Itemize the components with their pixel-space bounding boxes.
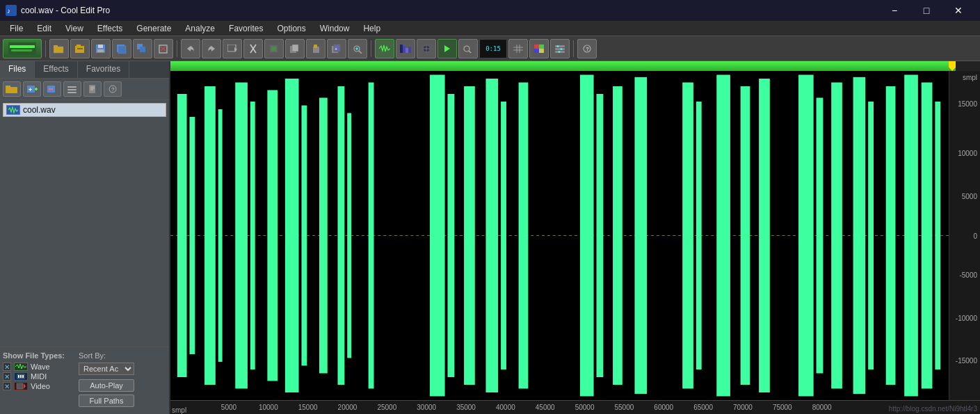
progress-bar-container[interactable] (170, 61, 980, 71)
list-options-btn[interactable] (63, 81, 81, 97)
sort-select[interactable]: Recent Ac Name Date Type (79, 363, 134, 375)
help-files-btn[interactable]: ? (104, 81, 122, 97)
save-copy-button[interactable] (112, 39, 131, 58)
trim-button[interactable] (264, 39, 284, 58)
mix-paste-button[interactable]: + (327, 39, 346, 58)
copy-button[interactable] (285, 39, 305, 58)
t-label-40000: 40000 (496, 404, 515, 411)
menu-generate[interactable]: Generate (129, 22, 178, 35)
svg-rect-7 (75, 46, 84, 53)
help-btn[interactable]: ? (577, 39, 597, 58)
menu-view[interactable]: View (58, 22, 90, 35)
ruler-smpl-label: smpl (170, 404, 189, 414)
svg-line-33 (359, 51, 362, 54)
sort-by-label: Sort By: (79, 351, 134, 360)
tab-favorites[interactable]: Favorites (78, 61, 129, 78)
open-button[interactable] (49, 39, 69, 58)
redo-button[interactable] (202, 39, 221, 58)
svg-rect-73 (67, 92, 77, 93)
zoom-in-button[interactable] (348, 39, 367, 58)
grid-button[interactable] (508, 39, 528, 58)
menu-analyze[interactable]: Analyze (178, 22, 222, 35)
menu-help[interactable]: Help (356, 22, 387, 35)
open-folder-btn[interactable] (3, 81, 21, 97)
svg-rect-94 (267, 90, 278, 381)
t-label-45000: 45000 (536, 404, 555, 411)
svg-rect-4 (11, 49, 32, 51)
toolbar-sep-1 (45, 40, 46, 57)
close-file-button[interactable] (154, 39, 173, 58)
close-button[interactable]: ✕ (942, 0, 974, 21)
video-checkbox[interactable]: ✕ (3, 382, 11, 390)
phase-view-btn[interactable] (417, 39, 436, 58)
video-mini-icon (14, 382, 28, 390)
list-item[interactable]: cool.wav (3, 103, 166, 117)
svg-rect-99 (347, 113, 351, 358)
save-all-button[interactable] (133, 39, 152, 58)
svg-rect-64 (6, 86, 10, 88)
spectral-view-btn[interactable] (396, 39, 415, 58)
t-label-35000: 35000 (456, 404, 476, 411)
t-label-30000: 30000 (417, 404, 436, 411)
play-button[interactable] (437, 39, 457, 58)
minimize-button[interactable]: − (878, 0, 910, 21)
menu-favorites[interactable]: Favorites (222, 22, 270, 35)
progress-marker (949, 61, 956, 71)
t-label-80000: 80000 (812, 404, 832, 411)
title-text: cool.wav - Cool Edit Pro (21, 6, 110, 15)
file-properties-btn[interactable] (83, 81, 102, 97)
tab-effects[interactable]: Effects (35, 61, 77, 78)
svg-point-45 (464, 46, 469, 51)
y-label-neg15000: -15000 (956, 357, 977, 365)
menu-file[interactable]: File (3, 22, 30, 35)
waveform-view-btn[interactable] (375, 39, 394, 58)
remove-from-list-btn[interactable] (43, 81, 61, 97)
t-label-70000: 70000 (733, 404, 753, 411)
t-label-25000: 25000 (377, 404, 396, 411)
menu-window[interactable]: Window (313, 22, 357, 35)
svg-text:?: ? (111, 86, 115, 93)
add-to-list-btn[interactable]: + (23, 81, 41, 97)
transport-button[interactable] (3, 39, 42, 58)
svg-rect-56 (555, 48, 565, 50)
svg-rect-26 (292, 45, 298, 51)
cut-button[interactable] (243, 39, 263, 58)
effects-rack-btn[interactable] (550, 39, 570, 58)
zoom-btn[interactable] (458, 39, 478, 58)
maximize-button[interactable]: □ (910, 0, 942, 21)
left-panel: Files Effects Favorites + ? (0, 61, 170, 414)
midi-mini-icon (14, 372, 28, 381)
full-paths-button[interactable]: Full Paths (79, 395, 134, 407)
open-recent-button[interactable] (70, 39, 90, 58)
menu-effects[interactable]: Effects (90, 22, 129, 35)
svg-rect-93 (250, 102, 255, 369)
repeat-button[interactable] (223, 39, 242, 58)
svg-text:+: + (29, 86, 32, 93)
color-button[interactable] (529, 39, 549, 58)
svg-rect-39 (405, 48, 408, 53)
menu-options[interactable]: Options (270, 22, 312, 35)
t-label-65000: 65000 (693, 404, 713, 411)
svg-rect-92 (235, 83, 248, 389)
tab-files[interactable]: Files (0, 61, 35, 78)
wave-mini-icon (14, 363, 28, 371)
svg-rect-115 (759, 79, 770, 392)
watermark: http://blog.csdn.net/Ni9htl4r3 (889, 405, 977, 413)
svg-rect-88 (177, 94, 187, 377)
waveform-svg[interactable] (170, 71, 949, 400)
wave-type-row: ✕ Wave (3, 363, 65, 371)
auto-play-button[interactable]: Auto-Play (79, 379, 134, 392)
paste-button[interactable] (306, 39, 326, 58)
app-icon: ♪ (6, 5, 17, 16)
svg-rect-28 (314, 45, 317, 48)
midi-checkbox[interactable]: ✕ (3, 372, 11, 381)
wave-checkbox[interactable]: ✕ (3, 363, 11, 371)
menu-edit[interactable]: Edit (30, 22, 58, 35)
toolbar-sep-3 (371, 40, 371, 57)
undo-button[interactable] (181, 39, 200, 58)
svg-rect-52 (539, 45, 544, 49)
save-button[interactable] (91, 39, 111, 58)
bottom-buttons: Auto-Play Full Paths (79, 378, 134, 408)
show-file-types-label: Show File Types: (3, 351, 65, 360)
svg-rect-84 (17, 383, 23, 389)
